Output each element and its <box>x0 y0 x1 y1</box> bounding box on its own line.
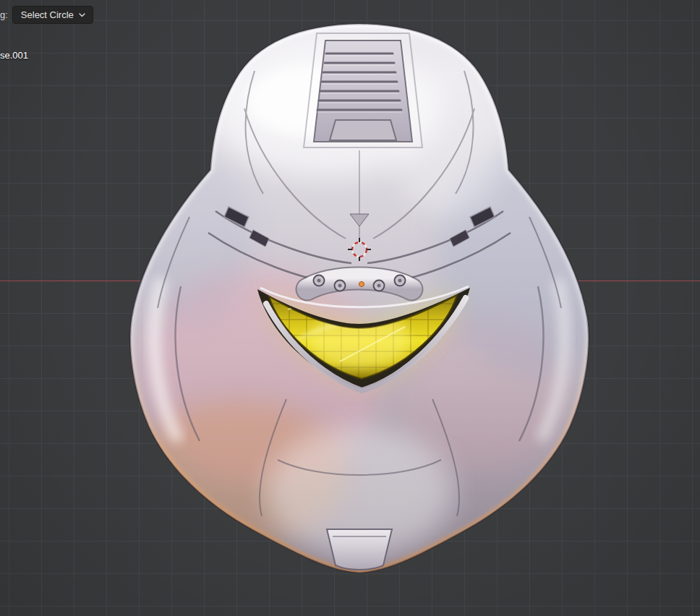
3d-viewport[interactable]: g: Select Circle se.001 <box>0 0 700 616</box>
chevron-down-icon <box>79 13 85 17</box>
tool-partial-label: g: <box>0 6 8 24</box>
chin-plate <box>327 529 392 570</box>
active-object-name: se.001 <box>0 50 28 61</box>
scene-render <box>0 0 700 616</box>
tool-header: g: Select Circle <box>0 6 93 24</box>
select-tool-label: Select Circle <box>21 9 74 20</box>
object-origin-dot <box>359 282 364 287</box>
select-tool-dropdown[interactable]: Select Circle <box>12 6 93 24</box>
helmet-3d-model[interactable] <box>123 24 626 573</box>
